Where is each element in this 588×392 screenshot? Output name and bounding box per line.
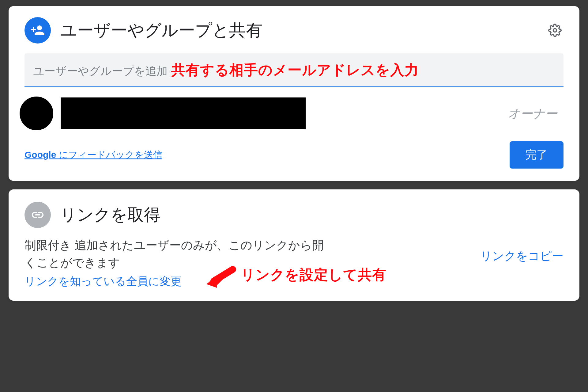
link-description-wrap: 制限付き 追加されたユーザーのみが、このリンクから開くことができます リンクを知… [24, 237, 325, 289]
share-header-left: ユーザーやグループと共有 [24, 17, 262, 44]
feedback-rest: にフィードバックを送信 [56, 150, 162, 160]
owner-role-label: オーナー [508, 105, 564, 122]
share-footer: Google にフィードバックを送信 完了 [24, 141, 564, 169]
owner-user-row: オーナー [20, 97, 564, 130]
copy-link-button[interactable]: リンクをコピー [480, 248, 564, 264]
link-body: 制限付き 追加されたユーザーのみが、このリンクから開くことができます リンクを知… [24, 237, 564, 289]
svg-point-0 [553, 29, 557, 32]
restricted-label: 制限付き [24, 239, 71, 252]
change-to-anyone-link[interactable]: リンクを知っている全員に変更 [24, 274, 182, 289]
settings-button[interactable] [546, 22, 564, 39]
get-link-title: リンクを取得 [60, 204, 160, 226]
share-dialog-title: ユーザーやグループと共有 [60, 19, 262, 42]
share-dialog-card: ユーザーやグループと共有 ユーザーやグループを追加 共有する相手のメールアドレス… [9, 6, 579, 181]
get-link-card: リンクを取得 制限付き 追加されたユーザーのみが、このリンクから開くことができま… [9, 189, 579, 301]
link-header: リンクを取得 [24, 202, 564, 228]
owner-user-left [20, 97, 306, 130]
owner-avatar [20, 97, 53, 130]
restricted-description: 制限付き 追加されたユーザーのみが、このリンクから開くことができます [24, 237, 325, 272]
gear-icon [548, 24, 562, 37]
feedback-link[interactable]: Google にフィードバックを送信 [24, 149, 162, 161]
input-placeholder-text: ユーザーやグループを追加 [33, 64, 168, 79]
link-icon [24, 202, 51, 228]
share-header: ユーザーやグループと共有 [24, 17, 564, 44]
done-button[interactable]: 完了 [510, 141, 564, 169]
owner-name-redacted [61, 97, 306, 129]
person-add-icon [24, 17, 51, 44]
add-people-input[interactable]: ユーザーやグループを追加 共有する相手のメールアドレスを入力 [24, 53, 564, 87]
annotation-input-text: 共有する相手のメールアドレスを入力 [171, 61, 419, 80]
feedback-brand: Google [24, 150, 56, 160]
